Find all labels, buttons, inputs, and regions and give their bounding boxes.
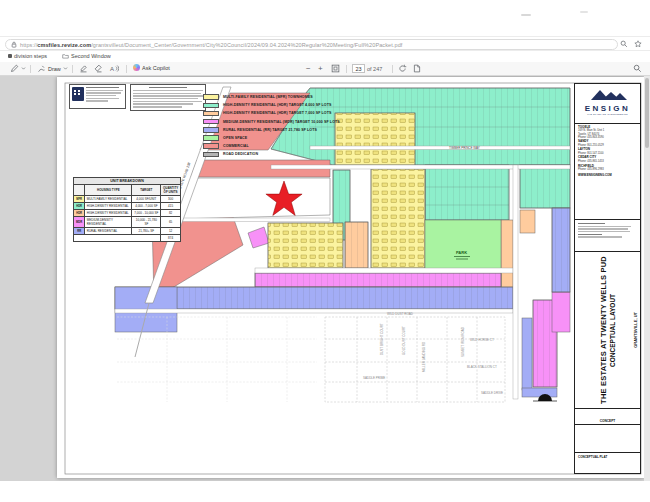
svg-text:BLACK STALLION CT: BLACK STALLION CT (467, 365, 497, 369)
erase-button[interactable] (94, 64, 103, 73)
revision-box (575, 425, 640, 453)
legend-item: ROAD DEDICATION (203, 150, 433, 158)
svg-text:PARK: PARK (456, 250, 467, 255)
favorite-item[interactable]: division steps (8, 53, 47, 59)
scrollbar-thumb[interactable] (645, 78, 649, 148)
rotate-icon (398, 64, 407, 73)
subdivision-street-labels: WILD DUST ROAD DUST BRIGHT COURT GOLD DU… (363, 312, 503, 395)
office-list: TOOELE 169 N. Main St. Unit 1 Tooele, UT… (575, 124, 640, 220)
legend-swatch (203, 127, 219, 133)
legend-swatch (203, 94, 219, 100)
legend-item: RURAL RESIDENTIAL (RR) TARGET 21,780 SF … (203, 126, 433, 134)
favorite-folder[interactable]: Second Window (62, 53, 111, 59)
svg-text:WILD HORSE CT: WILD HORSE CT (470, 338, 494, 342)
chevron-down-icon (21, 66, 26, 71)
annotation-pen-button[interactable] (10, 64, 26, 73)
star-parcel (177, 178, 330, 219)
unit-breakdown-table: UNIT BREAKDOWN HOUSING TYPE TARGET QUANT… (73, 177, 181, 242)
office-entry: RICHFIELD Phone: 435.896.2983 (578, 165, 637, 172)
find-in-document-button[interactable] (633, 64, 642, 73)
fit-page-icon (331, 64, 340, 73)
document-icon (413, 64, 421, 73)
search-sidebar-icon[interactable] (620, 40, 628, 48)
legend-item: OPEN SPACE (203, 134, 433, 142)
mountains-icon (587, 88, 629, 101)
pdf-viewport[interactable]: STATE ROAD 138 TIMBER PRINCE WAY PARK (0, 76, 650, 481)
copilot-icon (133, 64, 140, 71)
table-row: MFR MULTI-FAMILY RESIDENTIAL 4,000 SF/UN… (74, 196, 181, 203)
zoning-legend: MULTI-FAMILY RESIDENTIAL (MFR) TOWNHOMES… (203, 93, 433, 159)
rotate-button[interactable] (398, 64, 407, 73)
toolbar-divider (126, 65, 127, 73)
sheet-name-label: CONCEPTUAL PLAT (575, 453, 640, 473)
legend-item: HIGH-DENSITY RESIDENTIAL (HDR) TARGET 7,… (203, 109, 433, 117)
chevron-down-icon (63, 66, 68, 71)
url-omnibox[interactable]: https://cmsfiles.revize.com/grantsvilleu… (5, 39, 618, 50)
brand-name: ENSIGN (575, 105, 640, 113)
svg-text:WILD DUST ROAD: WILD DUST ROAD (387, 312, 414, 316)
draw-button[interactable]: Draw (37, 64, 68, 73)
page-number-field[interactable]: 23 of 247 (352, 64, 382, 73)
website-label: WWW.ENSIGNENG.COM (578, 173, 637, 177)
window-artifact (580, 11, 588, 13)
project-location: GRANTSVILLE, UT (633, 252, 638, 408)
table-total-value: 874 (161, 235, 181, 242)
svg-text:SADDLE DRIVE: SADDLE DRIVE (481, 391, 503, 395)
zoom-out-button[interactable]: − (306, 64, 311, 73)
table-row: HDR HIGH-DENSITY RESIDENTIAL 4,000 - 7,0… (74, 203, 181, 210)
toolbar-divider (346, 65, 347, 73)
legend-swatch (203, 152, 219, 158)
favorite-label: division steps (14, 53, 47, 59)
url-text: https://cmsfiles.revize.com/grantsvilleu… (20, 42, 402, 48)
toolbar-divider (30, 65, 31, 73)
favorite-star-icon[interactable] (634, 40, 642, 48)
legend-item: HIGH-DENSITY RESIDENTIAL (HDR) TARGET 4,… (203, 101, 433, 109)
highlight-button[interactable] (79, 64, 88, 73)
title-block: ENSIGN THE STANDARD IN ENGINEERING TOOEL… (574, 83, 641, 474)
project-title: THE ESTATES AT TWENTY WELLS PUD CONCEPTU… (599, 256, 617, 404)
zoom-in-button[interactable]: + (318, 64, 323, 73)
svg-text:A: A (110, 66, 114, 72)
browser-window: https://cmsfiles.revize.com/grantsvilleu… (0, 0, 650, 502)
stage-label: CONCEPT (575, 409, 640, 425)
legend-swatch (203, 111, 219, 117)
favorite-label: Second Window (71, 53, 111, 59)
table-title: UNIT BREAKDOWN (74, 178, 181, 185)
legend-item: MEDIUM-DENSITY RESIDENTIAL (MDR) TARGET … (203, 118, 433, 126)
page-view-button[interactable] (413, 64, 421, 73)
table-total-row: 874 (74, 235, 181, 242)
legend-swatch (203, 135, 219, 141)
svg-text:SUNSET IRON ROAD: SUNSET IRON ROAD (461, 326, 465, 357)
window-top-area (0, 0, 650, 36)
favorites-bar: division steps Second Window (0, 52, 650, 62)
table-row: RR RURAL RESIDENTIAL 21,780+ SF 12 (74, 228, 181, 235)
page-number-input[interactable]: 23 (352, 64, 365, 73)
legend-item: MULTI-FAMILY RESIDENTIAL (MFR) TOWNHOMES (203, 93, 433, 101)
pdf-toolbar: Draw A Ask Copilot − + 23 of 247 (0, 62, 650, 76)
developer-logo-box (69, 84, 126, 109)
lock-icon (11, 41, 17, 48)
fit-page-button[interactable] (331, 64, 340, 73)
notes-box (130, 84, 206, 111)
table-row: HDR HIGH-DENSITY RESIDENTIAL 7,000 - 10,… (74, 210, 181, 217)
project-title-area: THE ESTATES AT TWENTY WELLS PUD CONCEPTU… (575, 252, 640, 409)
draw-label: Draw (48, 66, 61, 72)
developer-logo-icon (72, 87, 84, 101)
mdr-small-parcel (248, 227, 269, 248)
ask-copilot-button[interactable]: Ask Copilot (133, 64, 170, 71)
page-count-label: of 247 (367, 66, 382, 72)
table-row: MDR MEDIUM-DENSITY RESIDENTIAL 10,000 - … (74, 217, 181, 228)
table-header-row: HOUSING TYPE TARGET QUANTITY OF UNITS (74, 185, 181, 196)
search-icon (633, 64, 642, 73)
toolbar-divider (392, 65, 393, 73)
favicon (8, 54, 12, 58)
office-entry: SANDY Phone: 801.255.0529 (578, 140, 637, 147)
scrollbar[interactable] (644, 76, 650, 481)
svg-text:SADDLE PRIME: SADDLE PRIME (363, 376, 385, 380)
svg-text:MILLER LANDING RD: MILLER LANDING RD (422, 341, 426, 372)
highlighter-icon (79, 64, 88, 73)
office-entry: LAYTON Phone: 801.547.1100 (578, 148, 637, 155)
read-aloud-button[interactable]: A (109, 64, 119, 73)
window-artifact (521, 14, 531, 16)
legend-swatch (203, 103, 219, 109)
